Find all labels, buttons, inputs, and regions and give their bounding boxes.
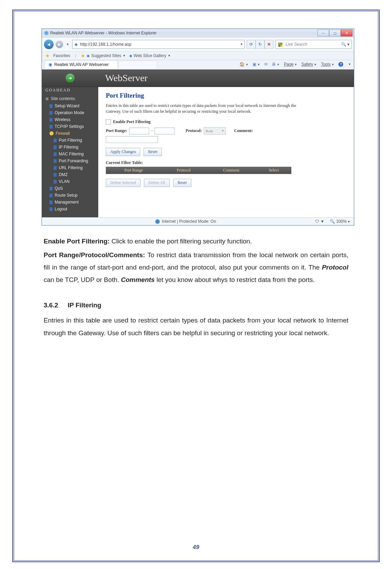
- enable-port-filtering-label: Enable Port Filtering: [113, 119, 150, 124]
- brand-label: GOAHEAD: [42, 87, 98, 95]
- ie-favorites-bar: ★ Favorites | ★ ◆ Suggested Sites ▼ ◆ We…: [42, 52, 354, 60]
- page-viewport: ➜ GOAHEAD ≣Site contents: Setup Wizard O…: [42, 69, 354, 217]
- page-icon: ◆: [72, 42, 79, 47]
- chevron-down-icon: ▼: [222, 129, 224, 132]
- minimize-button[interactable]: ─: [317, 30, 329, 36]
- search-provider-icon: [276, 42, 285, 47]
- webserver-title: WebServer: [105, 73, 148, 84]
- ie-tab-row: ◉ Realtek WLAN AP Webserver 🏠▼ ▣▼ ✉ 🖶▼ P…: [42, 60, 354, 69]
- search-go-icon[interactable]: 🔍 ▾: [337, 42, 351, 47]
- sidebar-item-qos[interactable]: QoS: [42, 185, 98, 192]
- sidebar-item-firewall[interactable]: Firewall: [42, 130, 98, 137]
- favorites-star-icon[interactable]: ★: [45, 53, 50, 58]
- main-panel: WebServer Port Filtering Entries in this…: [98, 69, 354, 217]
- feeds-button[interactable]: ▣▼: [253, 62, 260, 67]
- page-number: 49: [14, 544, 378, 551]
- forward-button[interactable]: ►: [56, 41, 63, 48]
- home-button[interactable]: 🏠▼: [239, 62, 248, 67]
- sidebar-item-port-filtering[interactable]: Port Filtering: [42, 137, 98, 144]
- print-button[interactable]: 🖶▼: [272, 62, 280, 67]
- compat-view-button[interactable]: ⟳: [247, 40, 256, 49]
- reset-button[interactable]: Reset: [144, 148, 162, 156]
- maximize-button[interactable]: ◻: [329, 30, 341, 36]
- th-select: Select: [256, 167, 291, 174]
- tools-menu[interactable]: Tools▼: [321, 62, 334, 67]
- port-range-label: Port Range:: [106, 128, 127, 133]
- history-dropdown[interactable]: ▼: [65, 42, 70, 47]
- sidebar-item-route-setup[interactable]: Route Setup: [42, 192, 98, 199]
- refresh-button[interactable]: ↻: [256, 40, 265, 49]
- svg-rect-4: [280, 45, 282, 47]
- sidebar-item-wireless[interactable]: Wireless: [42, 116, 98, 123]
- ie-window: Realtek WLAN AP Webserver - Windows Inte…: [42, 29, 354, 226]
- sidebar-item-ip-filtering[interactable]: IP Filtering: [42, 144, 98, 151]
- para-ip-filtering: Entries in this table are used to restri…: [44, 314, 348, 339]
- sidebar-item-vlan[interactable]: VLAN: [42, 178, 98, 185]
- new-tab-button[interactable]: [119, 61, 157, 68]
- ie-titlebar: Realtek WLAN AP Webserver - Windows Inte…: [42, 29, 354, 37]
- sidebar-item-management[interactable]: Management: [42, 199, 98, 206]
- sidebar-item-mac-filtering[interactable]: MAC Filtering: [42, 151, 98, 157]
- suggested-sites-link[interactable]: ★ ◆ Suggested Sites ▼: [81, 53, 125, 58]
- star-icon: ★: [81, 53, 85, 58]
- internet-zone-icon: [155, 219, 160, 224]
- address-input[interactable]: ◆ http://192.168.1.1/home.asp ▼: [72, 40, 245, 49]
- filter-table-label: Current Filter Table:: [106, 160, 346, 165]
- address-dropdown-icon[interactable]: ▼: [239, 43, 244, 46]
- enable-port-filtering-checkbox[interactable]: [106, 119, 111, 124]
- th-comment: Comment: [206, 167, 256, 174]
- zone-label: Internet | Protected Mode: On: [162, 219, 216, 224]
- sidebar-header: ≣Site contents:: [42, 95, 98, 102]
- sidebar-item-logout[interactable]: Logout: [42, 206, 98, 212]
- heading-3-6-2: 3.6.2IP Filtering: [44, 299, 348, 311]
- window-title: Realtek WLAN AP Webserver - Windows Inte…: [50, 31, 157, 35]
- address-url: http://192.168.1.1/home.asp: [79, 42, 239, 47]
- svg-rect-1: [278, 43, 280, 45]
- para-port-range: Port Range/Protocol/Comments: To restric…: [44, 249, 348, 286]
- delete-selected-button[interactable]: Delete Selected: [106, 179, 141, 187]
- stop-button[interactable]: ✕: [265, 40, 273, 49]
- arrow-icon: ➜: [66, 74, 75, 83]
- protocol-select[interactable]: Both▼: [204, 127, 226, 135]
- search-placeholder: Live Search: [285, 42, 337, 47]
- webslice-gallery-link[interactable]: ◆ Web Slice Gallery ▼: [129, 53, 171, 58]
- back-button[interactable]: ◄: [44, 40, 54, 49]
- zoom-control[interactable]: 🔍 100%▼: [330, 219, 350, 224]
- para-enable: Enable Port Filtering: Click to enable t…: [44, 235, 348, 248]
- port-range-start-input[interactable]: [129, 128, 149, 134]
- port-range-end-input[interactable]: [155, 128, 175, 134]
- protected-mode-dropdown[interactable]: 🛡 ▼: [315, 219, 324, 224]
- sidebar-item-operation-mode[interactable]: Operation Mode: [42, 109, 98, 116]
- sidebar: ➜ GOAHEAD ≣Site contents: Setup Wizard O…: [42, 69, 98, 217]
- reset-button-2[interactable]: Reset: [173, 179, 191, 187]
- page-title: Port Filtering: [106, 92, 346, 99]
- svg-rect-2: [280, 43, 282, 45]
- comment-label: Comment:: [234, 128, 253, 133]
- sidebar-item-dmz[interactable]: DMZ: [42, 171, 98, 178]
- readmail-button[interactable]: ✉: [264, 62, 268, 67]
- favorites-label[interactable]: Favorites: [53, 53, 70, 58]
- ie-command-bar: 🏠▼ ▣▼ ✉ 🖶▼ Page▼ Safety▼ Tools▼ ?▼: [239, 62, 351, 67]
- apply-changes-button[interactable]: Apply Changes: [106, 148, 140, 156]
- expand-icon: [49, 131, 54, 135]
- help-button[interactable]: ?: [338, 62, 343, 67]
- sidebar-item-port-forwarding[interactable]: Port Forwarding: [42, 157, 98, 164]
- sidebar-item-tcpip[interactable]: TCP/IP Settings: [42, 123, 98, 130]
- search-box[interactable]: Live Search 🔍 ▾: [276, 40, 352, 49]
- sidebar-item-url-filtering[interactable]: URL Filtering: [42, 164, 98, 171]
- sidebar-item-setup-wizard[interactable]: Setup Wizard: [42, 102, 98, 109]
- close-button[interactable]: ✕: [341, 30, 352, 36]
- ie-addressbar-row: ◄ ► ▼ ◆ http://192.168.1.1/home.asp ▼ ⟳ …: [42, 37, 354, 52]
- browser-tab[interactable]: ◉ Realtek WLAN AP Webserver: [45, 60, 118, 68]
- ie-logo-icon: [44, 31, 49, 35]
- filter-table: Port Range Protocol Comment Select: [106, 167, 291, 174]
- safety-menu[interactable]: Safety▼: [301, 62, 317, 67]
- page-menu[interactable]: Page▼: [284, 62, 297, 67]
- svg-rect-3: [278, 45, 280, 47]
- router-logo: ➜: [42, 69, 98, 87]
- comment-input[interactable]: [106, 136, 158, 143]
- main-banner: WebServer: [98, 69, 354, 87]
- delete-all-button[interactable]: Delete All: [144, 179, 170, 187]
- th-port-range: Port Range: [106, 167, 161, 174]
- tab-title: Realtek WLAN AP Webserver: [54, 62, 109, 67]
